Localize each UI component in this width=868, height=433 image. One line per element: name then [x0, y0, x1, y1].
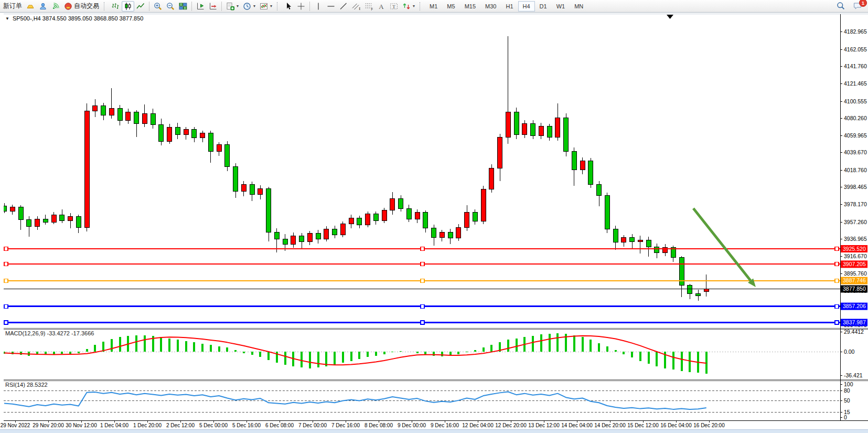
line-handle[interactable] — [4, 304, 8, 308]
candle — [283, 239, 287, 245]
time-label: 14 Dec 04:00 — [561, 423, 593, 428]
text-label-button[interactable]: T — [388, 1, 400, 12]
main-toolbar: 新订单自动交易▾▾▾EFAT▾M1M5M15M30H1H4D1W1MN 1 — [0, 0, 868, 13]
price-label: 3877.850 — [843, 286, 866, 292]
signal-button[interactable] — [49, 1, 62, 12]
line-handle[interactable] — [421, 247, 424, 250]
line-handle[interactable] — [835, 247, 839, 250]
candle — [2, 206, 7, 212]
candle-chart-button[interactable] — [122, 1, 134, 12]
profiles-icon — [243, 2, 251, 10]
price-tick-label: 4018.760 — [844, 167, 867, 173]
line-handle[interactable] — [4, 279, 8, 282]
text-button[interactable]: A — [375, 1, 388, 12]
line-handle[interactable] — [421, 262, 424, 266]
candle — [324, 229, 329, 239]
community-button[interactable] — [37, 1, 49, 12]
line-handle[interactable] — [4, 247, 8, 250]
indicators-button[interactable]: ▾ — [258, 1, 274, 12]
time-label: 6 Dec 08:00 — [265, 423, 294, 428]
toolbar-grip[interactable] — [420, 2, 422, 10]
time-axis[interactable]: 29 Nov 202229 Nov 20:0030 Nov 12:001 Dec… — [1, 420, 725, 428]
new-order-button[interactable]: 新订单 — [1, 1, 24, 12]
auto-scroll-button[interactable] — [207, 1, 219, 12]
new-chart-button[interactable]: ▾ — [224, 1, 241, 12]
timeframe-button-m5[interactable]: M5 — [442, 1, 459, 12]
timeframe-button-h4[interactable]: H4 — [518, 1, 535, 12]
candle — [10, 207, 15, 212]
crosshair-button[interactable] — [295, 1, 307, 12]
chart-title: ▼ SP500-,H4 3874.550 3895.050 3868.850 3… — [5, 15, 143, 22]
timeframe-button-d1[interactable]: D1 — [535, 1, 552, 12]
timeframe-button-m30[interactable]: M30 — [480, 1, 501, 12]
line-chart-button[interactable] — [134, 1, 147, 12]
candle — [184, 130, 188, 135]
quick-trade-collapse-icon[interactable]: ▼ — [5, 16, 9, 21]
gold-button[interactable] — [24, 1, 37, 12]
time-label: 13 Dec 12:00 — [528, 423, 560, 428]
price-tick-label: 3998.465 — [844, 184, 867, 190]
candle — [531, 124, 535, 135]
horizontal-line-icon — [327, 2, 335, 10]
timeframe-button-w1[interactable]: W1 — [552, 1, 570, 12]
profiles-button[interactable]: ▾ — [241, 1, 258, 12]
candle — [68, 216, 73, 220]
candle — [390, 199, 395, 210]
candle — [432, 228, 436, 238]
line-handle[interactable] — [835, 321, 839, 324]
arrows-button[interactable]: ▾ — [400, 1, 417, 12]
line-handle[interactable] — [421, 304, 424, 308]
equidistant-channel-button[interactable]: E — [350, 1, 362, 12]
fibonacci-button[interactable]: F — [362, 1, 375, 12]
autotrade-button[interactable]: 自动交易 — [62, 1, 101, 12]
time-label: 15 Dec 12:00 — [627, 423, 659, 428]
chevron-down-icon: ▾ — [253, 4, 255, 8]
line-handle[interactable] — [835, 279, 839, 282]
line-handle[interactable] — [4, 262, 8, 266]
toolbar-grip[interactable] — [277, 2, 280, 10]
candle — [357, 218, 362, 225]
search-button[interactable] — [834, 1, 847, 11]
candle — [597, 184, 602, 195]
trendline-icon — [339, 2, 348, 10]
candle — [233, 167, 238, 192]
line-handle[interactable] — [421, 321, 424, 324]
timeframe-button-mn[interactable]: MN — [570, 1, 588, 12]
candle — [159, 124, 164, 141]
cursor-button[interactable] — [282, 1, 295, 12]
candle — [481, 189, 486, 221]
vertical-line-button[interactable] — [312, 1, 325, 12]
chevron-down-icon: ▾ — [413, 4, 415, 8]
line-handle[interactable] — [4, 321, 8, 324]
time-label: 12 Dec 04:00 — [462, 423, 494, 428]
line-handle[interactable] — [835, 304, 839, 308]
timeframe-button-m15[interactable]: M15 — [460, 1, 480, 12]
price-label: 3837.987 — [843, 319, 866, 325]
trendline-button[interactable] — [337, 1, 350, 12]
price-tick-label: 3936.965 — [844, 236, 867, 242]
line-handle[interactable] — [421, 279, 424, 282]
time-label: 1 Dec 04:00 — [100, 423, 128, 428]
toolbar-grip[interactable] — [104, 2, 106, 10]
chart-shift-button[interactable] — [194, 1, 207, 12]
zoom-in-icon — [154, 2, 162, 10]
zoom-in-button[interactable] — [152, 1, 164, 12]
timeframe-button-m1[interactable]: M1 — [425, 1, 442, 12]
notifications-button[interactable]: 1 — [851, 1, 864, 11]
candle — [621, 237, 626, 242]
candle — [373, 214, 378, 220]
candle — [366, 214, 370, 225]
zoom-out-button[interactable] — [164, 1, 177, 12]
candle — [564, 118, 569, 151]
bar-chart-button[interactable] — [109, 1, 122, 12]
time-label: 7 Dec 16:00 — [331, 423, 360, 428]
chart-title-text: SP500-,H4 3874.550 3895.050 3868.850 387… — [13, 15, 144, 22]
tile-windows-button[interactable] — [177, 1, 189, 12]
price-label: 3887.746 — [843, 277, 866, 283]
horizontal-line-button[interactable] — [325, 1, 337, 12]
candle — [333, 229, 337, 235]
chevron-down-icon: ▾ — [270, 4, 272, 8]
candle — [192, 130, 197, 138]
timeframe-button-h1[interactable]: H1 — [501, 1, 518, 12]
line-handle[interactable] — [835, 262, 839, 266]
